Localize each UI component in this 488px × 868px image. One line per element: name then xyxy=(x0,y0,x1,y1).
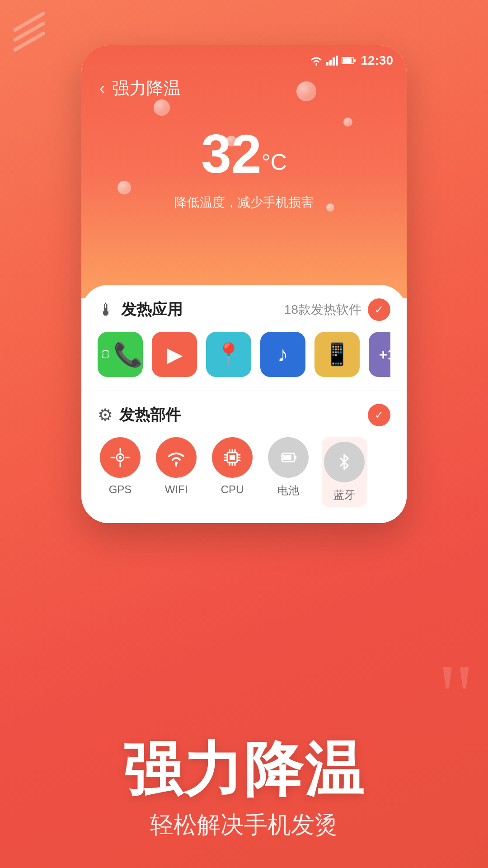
app-titlebar: ‹ 强力降温 xyxy=(81,68,407,109)
bubble-4 xyxy=(343,118,352,127)
svg-point-13 xyxy=(175,462,178,464)
bubble-2 xyxy=(226,136,237,146)
heat-components-header: ⚙ 发热部件 ✓ xyxy=(98,404,390,426)
temperature-description: 降低温度，减少手机损害 xyxy=(81,194,407,211)
component-gps[interactable]: GPS xyxy=(98,437,143,507)
signal-icon xyxy=(326,56,338,66)
heat-components-title-group: ⚙ 发热部件 xyxy=(98,405,181,425)
svg-rect-15 xyxy=(230,455,235,460)
svg-rect-29 xyxy=(295,456,296,459)
stripe-decoration xyxy=(14,23,50,77)
gear-icon: ⚙ xyxy=(98,405,113,425)
battery-icon xyxy=(342,57,356,65)
bubble-6 xyxy=(326,203,334,212)
svg-rect-0 xyxy=(326,62,328,66)
temperature-display: 32°C 降低温度，减少手机损害 xyxy=(81,109,407,220)
svg-rect-5 xyxy=(343,58,352,63)
heat-apps-section: 🌡 发热应用 18款发热软件 ✓ 📞 xyxy=(81,285,407,391)
heat-apps-check-badge[interactable]: ✓ xyxy=(368,298,390,321)
component-wifi[interactable]: WIFI xyxy=(154,437,199,507)
back-button[interactable]: ‹ xyxy=(99,79,105,98)
status-bar: 12:30 xyxy=(81,45,407,68)
heat-apps-header: 🌡 发热应用 18款发热软件 ✓ xyxy=(98,298,390,321)
svg-rect-1 xyxy=(329,60,332,66)
app-icons-row: 📞 ▶ 📍 ♪ 📱 +12 xyxy=(98,332,390,377)
bubble-1 xyxy=(154,99,170,116)
app-icon-phone-tool[interactable]: 📱 xyxy=(314,332,360,377)
svg-rect-30 xyxy=(283,455,291,460)
bluetooth-circle xyxy=(324,442,365,482)
phone-tool-glyph: 📱 xyxy=(324,344,351,365)
thermometer-icon: 🌡 xyxy=(98,300,115,320)
phone-app-icon xyxy=(98,342,113,367)
component-icons-row: GPS WIFI xyxy=(98,437,390,507)
sub-title: 轻松解决手机发烫 xyxy=(27,809,461,841)
bottom-text-section: 强力降温 轻松解决手机发烫 xyxy=(0,737,488,841)
svg-point-12 xyxy=(119,456,122,459)
bubble-5 xyxy=(117,181,131,194)
heat-components-check-badge[interactable]: ✓ xyxy=(368,404,390,426)
app-icon-video[interactable]: ▶ xyxy=(152,332,197,377)
wifi-component-icon xyxy=(165,448,187,467)
gps-icon xyxy=(110,448,130,467)
video-glyph: ▶ xyxy=(167,344,183,365)
battery-circle xyxy=(268,437,309,478)
bubble-3 xyxy=(296,81,316,101)
app-icon-music[interactable]: ♪ xyxy=(260,332,305,377)
app-icon-phone[interactable]: 📞 xyxy=(98,332,143,377)
component-bluetooth[interactable]: 蓝牙 xyxy=(322,437,367,507)
quote-decoration: " xyxy=(437,651,474,741)
svg-rect-3 xyxy=(336,56,338,66)
phone-glyph: 📞 xyxy=(113,343,143,366)
phone-mockup: 12:30 ‹ 强力降温 32°C 降低温度，减少手机损害 🌡 发热应用 18款… xyxy=(81,45,407,523)
bluetooth-label: 蓝牙 xyxy=(333,488,355,502)
svg-rect-6 xyxy=(354,59,356,62)
check-icon: ✓ xyxy=(375,303,384,316)
phone-header: 12:30 ‹ 强力降温 32°C 降低温度，减少手机损害 xyxy=(81,45,407,298)
gps-circle xyxy=(100,437,141,478)
heat-apps-title-group: 🌡 发热应用 xyxy=(98,299,183,320)
cpu-label: CPU xyxy=(221,483,244,496)
app-title: 强力降温 xyxy=(112,77,181,100)
svg-rect-2 xyxy=(333,57,335,66)
cpu-icon xyxy=(222,447,243,468)
gps-label: GPS xyxy=(109,483,132,496)
wifi-label: WIFI xyxy=(165,483,188,496)
heat-apps-title: 发热应用 xyxy=(121,299,183,320)
status-icons xyxy=(310,56,356,66)
app-icon-more[interactable]: +12 xyxy=(369,332,390,377)
status-time: 12:30 xyxy=(361,53,393,68)
main-title: 强力降温 xyxy=(27,737,461,802)
heat-apps-count-group: 18款发热软件 ✓ xyxy=(284,298,390,321)
heat-components-title: 发热部件 xyxy=(119,405,181,425)
wifi-circle xyxy=(156,437,197,478)
component-battery[interactable]: 电池 xyxy=(266,437,311,507)
temperature-value: 32°C xyxy=(81,123,407,185)
heat-apps-count: 18款发热软件 xyxy=(284,301,361,318)
more-label: +12 xyxy=(379,347,390,362)
heat-components-section: ⚙ 发热部件 ✓ xyxy=(81,391,407,523)
map-glyph: 📍 xyxy=(215,344,242,365)
app-icon-map[interactable]: 📍 xyxy=(206,332,251,377)
components-check-icon: ✓ xyxy=(375,409,384,421)
bluetooth-icon xyxy=(334,452,354,472)
cpu-circle xyxy=(212,437,253,478)
component-cpu[interactable]: CPU xyxy=(210,437,255,507)
wifi-icon xyxy=(310,56,323,66)
battery-component-icon xyxy=(278,448,298,467)
battery-label: 电池 xyxy=(277,483,299,498)
music-glyph: ♪ xyxy=(277,344,288,365)
